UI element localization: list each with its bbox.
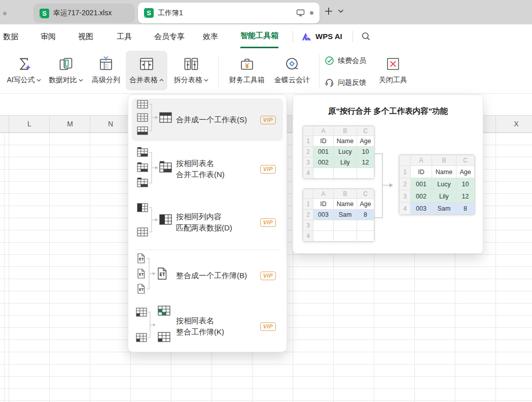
tab-list-chevron-down-icon[interactable] [338,9,344,13]
document-tab-bar: S 幸运717-2021.xlsx S 工作簿1 [0,0,532,24]
new-tab-plus-icon[interactable] [324,6,334,16]
button-label: 问题反馈 [338,78,366,87]
split-tables-button[interactable]: 拆分表格 [169,51,213,90]
preview-result-table: ABC1IDNameAge2001Lucy103002Lily124003Sam… [399,154,475,215]
feature-preview-panel: 原"按行合并 多个工作表内容"功能 ABC1IDNameAge2001Lucy1… [293,94,483,254]
mini-table: ABC1IDNameAge2001Lucy103002Lily124003Sam… [399,155,475,215]
combine-workbooks-by-name-icon [134,304,172,349]
menu-item-view[interactable]: 视图 [78,24,93,48]
vip-badge: VIP [260,116,276,124]
kingdee-cloud-button[interactable]: 金蝶云会计 [270,51,314,90]
data-compare-icon [57,54,75,74]
merge-tables-icon [138,54,155,74]
document-tab-active[interactable]: S 工作簿1 [138,3,320,23]
ribbon-toolbar: AI写公式 数据对比 高级分列 [0,48,532,94]
column-header-L[interactable]: L [9,116,50,132]
ribbon-divider [218,55,219,87]
menu-item-efficiency[interactable]: 效率 [203,24,218,48]
button-label: AI写公式 [7,76,34,85]
ribbon-divider [319,55,320,87]
member-feedback-stack: 续费会员 问题反馈 [325,51,375,87]
merge-sheets-by-name-icon [134,145,172,193]
svg-text:ET: ET [160,273,165,277]
button-label: 关闭工具 [379,76,407,85]
data-compare-button[interactable]: 数据对比 [45,51,87,90]
button-label: 财务工具箱 [229,76,265,85]
chevron-down-icon [204,79,208,82]
ai-formula-button[interactable]: AI写公式 [3,51,45,90]
column-header-X[interactable]: X [496,116,532,132]
briefcase-yen-icon [238,54,256,74]
svg-text:ET: ET [139,257,144,261]
menu-option-match-two-tables[interactable]: 按相同列内容匹配两表数据(D) VIP [132,199,283,245]
advanced-split-columns-button[interactable]: 高级分列 [87,51,125,90]
menu-bar: 数据 审阅 视图 工具 会员专享 效率 智能工具箱 WPS AI [0,24,532,48]
mini-table: ABC1IDNameAge2001Lucy103002Lily124 [303,126,374,179]
menu-separator [134,250,280,250]
document-tab-title: 幸运717-2021.xlsx [53,9,112,18]
wps-ai-button[interactable]: WPS AI [301,32,342,41]
chevron-up-icon [159,79,164,82]
button-label: 数据对比 [49,76,77,85]
menu-item-smart-toolbox[interactable]: 智能工具箱 [240,24,278,48]
split-tables-icon [183,54,200,74]
vip-badge: VIP [260,165,276,174]
vip-badge: VIP [260,322,276,331]
chevron-down-icon [79,79,83,82]
mini-table: ABC1IDNameAge2003Sam834 [303,189,374,242]
menu-option-label: 整合成一个工作簿(B) [176,271,247,280]
menu-option-combine-workbooks-by-name[interactable]: 按相同表名整合工作簿(K) VIP [132,304,283,349]
search-button[interactable] [361,31,371,41]
button-label: 高级分列 [92,76,120,85]
menu-item-review[interactable]: 审阅 [41,24,56,48]
wps-ai-label: WPS AI [315,32,342,41]
renew-membership-button[interactable]: 续费会员 [325,56,375,65]
sigma-sparkle-icon [15,54,32,74]
menu-item-tools[interactable]: 工具 [117,24,132,48]
feedback-button[interactable]: 问题反馈 [325,78,375,87]
menu-option-label: 按相同列内容 [176,212,222,221]
finance-toolbox-button[interactable]: 财务工具箱 [224,51,270,90]
vip-badge: VIP [260,272,276,280]
menu-item-membership[interactable]: 会员专享 [154,24,185,48]
menu-divider [293,31,293,42]
button-label: 合并表格 [129,76,158,85]
row-header-divider [9,133,9,402]
menu-option-merge-sheets-by-name[interactable]: 按相同表名合并工作表(N) VIP [132,145,283,193]
monitor-icon[interactable] [296,9,305,17]
button-label: 续费会员 [338,56,366,65]
column-header-M[interactable]: M [50,116,90,132]
menu-option-label: 合并成一个工作表(S) [176,115,247,124]
tab-status-dot-icon [310,11,313,15]
document-tab-title: 工作簿1 [158,9,183,18]
document-tab-inactive[interactable]: S 幸运717-2021.xlsx [33,4,135,23]
preview-title: 原"按行合并 多个工作表内容"功能 [293,106,483,117]
svg-text:ET: ET [139,288,144,292]
menu-divider [352,31,353,42]
split-columns-icon [97,54,115,74]
merge-tables-dropdown-menu: 合并成一个工作表(S) VIP 按相同表名合并工作表(N) VIP [128,94,287,352]
merge-arrow-bracket [370,150,396,223]
close-box-icon [385,54,401,74]
preview-source-table-top: ABC1IDNameAge2001Lucy103002Lily124 [302,125,375,179]
match-two-tables-icon [134,199,172,245]
merge-tables-button[interactable]: 合并表格 [126,51,167,90]
menu-option-combine-into-one-workbook[interactable]: ET ET ET ET 整合成一个工作簿(B) VIP [132,253,283,298]
chevron-down-icon [37,79,41,82]
svg-text:ET: ET [139,273,144,277]
wps-s-logo-icon: S [144,8,154,18]
wps-ai-logo-icon [301,32,312,41]
wps-s-logo-icon: S [40,9,49,18]
column-header-N[interactable]: N [90,116,131,132]
combine-into-one-workbook-icon: ET ET ET ET [134,252,172,299]
check-circle-icon [325,56,334,65]
kingdee-logo-icon [283,54,301,74]
headset-icon [325,78,334,87]
menu-option-label: 按相同表名 [176,159,214,168]
menu-item-data[interactable]: 数据 [3,24,18,48]
button-label: 金蝶云会计 [274,76,310,85]
menu-option-merge-into-one-sheet[interactable]: 合并成一个工作表(S) VIP [132,98,283,141]
merge-into-one-sheet-icon [134,98,172,141]
close-tool-button[interactable]: 关闭工具 [375,51,411,90]
row-header-corner [0,116,9,132]
